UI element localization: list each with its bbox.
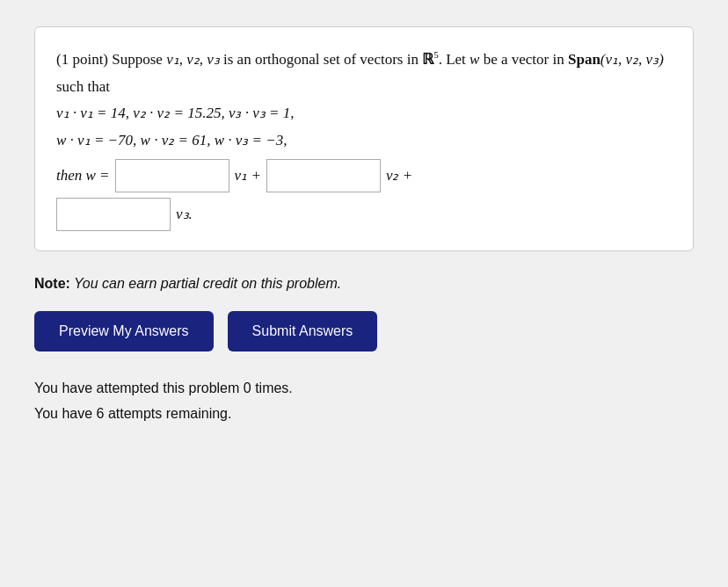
problem-box: (1 point) Suppose v₁, v₂, v₃ is an ortho… bbox=[34, 26, 694, 251]
preview-button[interactable]: Preview My Answers bbox=[34, 311, 214, 351]
attempts-section: You have attempted this problem 0 times.… bbox=[34, 376, 694, 427]
equation-line-1: v₁ · v₁ = 14, v₂ · v₂ = 15.25, v₃ · v₃ =… bbox=[56, 101, 672, 127]
note-section: Note: You can earn partial credit on thi… bbox=[34, 276, 694, 292]
answer-row-2: v₃. bbox=[56, 198, 672, 231]
submit-button[interactable]: Submit Answers bbox=[228, 311, 378, 351]
problem-text: (1 point) Suppose v₁, v₂, v₃ is an ortho… bbox=[56, 47, 672, 231]
button-row: Preview My Answers Submit Answers bbox=[34, 311, 694, 351]
attempts-line-1: You have attempted this problem 0 times. bbox=[34, 376, 694, 402]
attempts-line-2: You have 6 attempts remaining. bbox=[34, 402, 694, 427]
answer-input-1[interactable] bbox=[115, 159, 229, 192]
equation-line-2: w · v₁ = −70, w · v₂ = 61, w · v₃ = −3, bbox=[56, 128, 672, 154]
answer-row-1: then w = v₁ + v₂ + bbox=[56, 159, 672, 192]
such-that-line: such that bbox=[56, 75, 672, 100]
answer-input-3[interactable] bbox=[56, 198, 171, 231]
answer-input-2[interactable] bbox=[266, 159, 381, 192]
note-text: You can earn partial credit on this prob… bbox=[70, 276, 341, 291]
problem-header: (1 point) Suppose v₁, v₂, v₃ is an ortho… bbox=[56, 51, 664, 68]
note-label: Note: bbox=[34, 276, 70, 291]
